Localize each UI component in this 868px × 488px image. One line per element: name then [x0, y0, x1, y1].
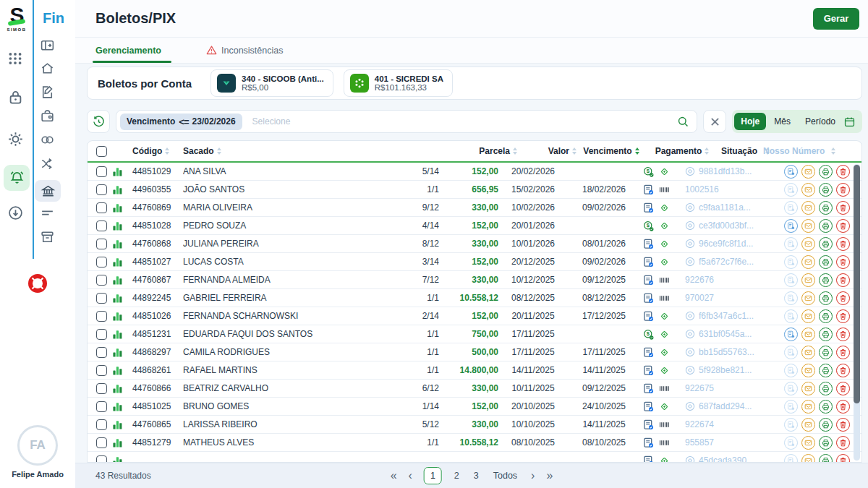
print-button[interactable] — [819, 364, 833, 377]
boleto-update-button[interactable] — [784, 309, 798, 323]
boleto-update-button[interactable] — [784, 400, 798, 414]
cell-nosso-numero[interactable]: bb15d55763... — [685, 347, 772, 357]
installments-chart-icon[interactable] — [112, 257, 123, 267]
history-reset-button[interactable] — [87, 110, 110, 133]
account-card-sicoob[interactable]: 340 - SICOOB (Anti... R$5,00 — [210, 69, 333, 97]
boleto-update-button[interactable] — [784, 183, 798, 197]
email-button[interactable] — [801, 291, 815, 305]
scrollbar-thumb[interactable] — [854, 165, 860, 403]
boleto-update-button[interactable] — [784, 273, 798, 287]
boleto-update-button[interactable] — [784, 382, 798, 395]
email-button[interactable] — [801, 328, 815, 341]
archive-box-icon[interactable] — [40, 229, 55, 244]
print-button[interactable] — [819, 346, 833, 359]
delete-button[interactable] — [836, 436, 850, 450]
boleto-update-button[interactable] — [784, 454, 798, 463]
page-button[interactable]: 3 — [472, 468, 481, 484]
installments-chart-icon[interactable] — [112, 311, 123, 322]
email-button[interactable] — [801, 346, 815, 359]
wallet-icon[interactable] — [40, 108, 55, 124]
delete-button[interactable] — [836, 183, 850, 197]
boleto-update-button[interactable] — [784, 436, 798, 450]
cell-nosso-numero[interactable]: 922675 — [685, 383, 772, 393]
cell-nosso-numero[interactable]: 955857 — [685, 437, 772, 448]
print-button[interactable] — [819, 454, 833, 463]
page-button-current[interactable]: 1 — [424, 467, 442, 484]
row-checkbox[interactable] — [96, 419, 107, 430]
row-checkbox[interactable] — [96, 347, 107, 358]
cell-nosso-numero[interactable]: 5f928be821... — [685, 365, 772, 375]
row-checkbox[interactable] — [96, 437, 107, 448]
cell-nosso-numero[interactable]: f5a672c7f6e... — [685, 257, 772, 267]
print-button[interactable] — [819, 273, 833, 287]
cell-nosso-numero[interactable]: 1002516 — [685, 184, 772, 194]
delete-button[interactable] — [836, 309, 850, 323]
row-checkbox[interactable] — [96, 455, 107, 463]
row-checkbox[interactable] — [96, 275, 107, 286]
print-button[interactable] — [819, 255, 833, 269]
list-lines-icon[interactable] — [40, 205, 55, 221]
clear-filter-button[interactable] — [703, 110, 726, 133]
row-checkbox[interactable] — [96, 257, 107, 267]
boleto-update-button[interactable] — [784, 237, 798, 251]
installments-chart-icon[interactable] — [112, 184, 123, 195]
print-button[interactable] — [819, 418, 833, 432]
email-button[interactable] — [801, 436, 815, 450]
home-icon[interactable] — [40, 61, 55, 76]
cell-nosso-numero[interactable]: 970027 — [685, 293, 772, 303]
row-checkbox[interactable] — [96, 166, 107, 177]
email-button[interactable] — [801, 237, 815, 251]
boleto-update-button[interactable] — [784, 418, 798, 432]
tab-management[interactable]: Gerenciamento — [95, 38, 161, 63]
installments-chart-icon[interactable] — [112, 383, 123, 394]
column-header-venc[interactable]: Vencimento — [576, 146, 646, 156]
print-button[interactable] — [819, 219, 833, 233]
delete-button[interactable] — [836, 201, 850, 215]
generate-button[interactable]: Gerar — [813, 8, 859, 30]
delete-button[interactable] — [836, 400, 850, 414]
email-button[interactable] — [801, 364, 815, 377]
row-checkbox[interactable] — [96, 293, 107, 304]
delete-button[interactable] — [836, 291, 850, 305]
row-checkbox[interactable] — [96, 365, 107, 376]
delete-button[interactable] — [836, 382, 850, 395]
delete-button[interactable] — [836, 255, 850, 269]
boleto-update-button[interactable] — [784, 346, 798, 359]
column-header-sacado[interactable]: Sacado — [183, 146, 481, 156]
cell-nosso-numero[interactable]: 45dcada390... — [685, 455, 772, 463]
email-button[interactable] — [801, 418, 815, 432]
delete-button[interactable] — [836, 346, 850, 359]
email-button[interactable] — [801, 201, 815, 215]
shuffle-icon[interactable] — [40, 156, 55, 171]
row-checkbox[interactable] — [96, 401, 107, 412]
installments-chart-icon[interactable] — [112, 455, 123, 463]
delete-button[interactable] — [836, 219, 850, 233]
installments-chart-icon[interactable] — [112, 166, 123, 177]
delete-button[interactable] — [836, 454, 850, 463]
cell-nosso-numero[interactable]: 96ce9fc8f1d... — [685, 239, 772, 249]
column-header-nosso[interactable]: Nosso Número — [763, 146, 850, 156]
next-page-button[interactable]: › — [531, 469, 535, 482]
print-button[interactable] — [819, 201, 833, 215]
linked-circles-icon[interactable] — [40, 132, 55, 147]
print-button[interactable] — [819, 165, 833, 179]
row-checkbox[interactable] — [96, 202, 107, 213]
installments-chart-icon[interactable] — [112, 365, 123, 376]
delete-button[interactable] — [836, 328, 850, 341]
row-checkbox[interactable] — [96, 239, 107, 249]
page-button[interactable]: 2 — [452, 468, 461, 484]
page-button[interactable]: Todos — [491, 468, 519, 484]
email-button[interactable] — [801, 255, 815, 269]
column-header-pag[interactable]: Pagamento — [646, 146, 718, 156]
installments-chart-icon[interactable] — [112, 401, 123, 412]
cell-nosso-numero[interactable]: 9881dfd13b... — [685, 166, 772, 176]
installments-chart-icon[interactable] — [112, 202, 123, 213]
installments-chart-icon[interactable] — [112, 329, 123, 340]
settings-gear-icon[interactable] — [7, 130, 25, 148]
delete-button[interactable] — [836, 364, 850, 377]
installments-chart-icon[interactable] — [112, 437, 123, 448]
column-header-parcela[interactable]: Parcela — [481, 146, 517, 156]
module-fin-label[interactable]: Fin — [35, 10, 72, 27]
delete-button[interactable] — [836, 273, 850, 287]
boleto-update-button[interactable] — [784, 201, 798, 215]
